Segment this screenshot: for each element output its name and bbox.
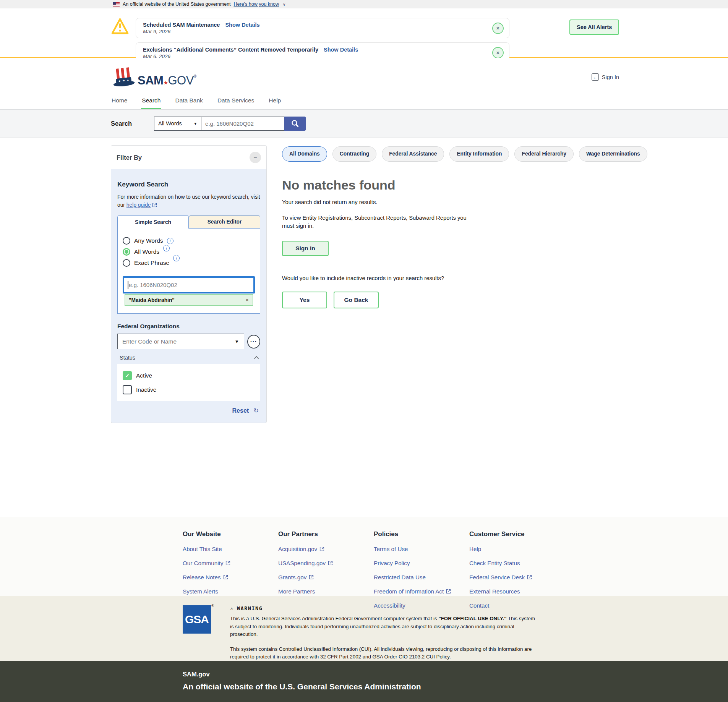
external-link-icon [446,589,451,594]
search-mode-value: All Words [158,120,182,126]
banner-how-link[interactable]: Here's how you know [234,2,279,7]
footer-link[interactable]: About This Site [183,546,278,552]
footer-link[interactable]: Our Community [183,560,278,566]
collapse-filter-button[interactable]: − [250,152,261,163]
pill-federal-assistance[interactable]: Federal Assistance [382,146,444,162]
samgov-logo[interactable]: ★★★ SAM★GOV® [111,66,196,89]
combo-placeholder: Enter Code or Name [122,338,177,345]
pill-federal-hierarchy[interactable]: Federal Hierarchy [514,146,574,162]
chip-remove-icon[interactable]: × [246,297,249,303]
nav-item-data-services[interactable]: Data Services [217,96,255,109]
nav-item-data-bank[interactable]: Data Bank [174,96,203,109]
filter-by-title: Filter By [117,154,142,161]
footer-link[interactable]: Help [469,546,565,552]
footer-link[interactable]: Acquisition.gov [278,546,374,552]
search-bar: Search All Words ▼ [0,110,728,138]
reset-link[interactable]: Reset [232,407,249,414]
footer-heading: Our Website [183,530,278,538]
alerts-section: Scheduled SAM Maintenance Show Details M… [0,8,728,58]
footer-link[interactable]: System Alerts [183,588,278,595]
alert-title: Scheduled SAM Maintenance [143,22,220,28]
warning-block: ⚠ WARNING This is a U.S. General Service… [230,605,536,661]
us-flag-icon [113,2,120,6]
alert-show-details-link[interactable]: Show Details [225,22,259,28]
checkbox-active[interactable]: ✓ Active [123,371,255,380]
reset-icon[interactable]: ↻ [254,407,259,414]
see-all-alerts-button[interactable]: See All Alerts [569,19,619,35]
federal-orgs-row: Enter Code or Name ▼ ··· [117,334,260,349]
footer-link[interactable]: More Partners [278,588,374,595]
checkbox-inactive[interactable]: Inactive [123,385,255,394]
pill-contracting[interactable]: Contracting [332,146,376,162]
warning-paragraph-1: This is a U.S. General Services Administ… [230,615,536,639]
external-link-icon [152,203,157,208]
tab-search-editor[interactable]: Search Editor [189,215,260,229]
footer-link[interactable]: Release Notes [183,574,278,580]
federal-orgs-combo[interactable]: Enter Code or Name ▼ [117,334,244,349]
footer-link[interactable]: Grants.gov [278,574,374,580]
footer-link[interactable]: Freedom of Information Act [374,588,469,595]
filter-panel: Filter By − Keyword Search For more info… [111,145,267,423]
radio-any-words[interactable]: Any Words i [123,237,255,245]
pill-entity-information[interactable]: Entity Information [449,146,509,162]
search-input[interactable] [201,117,284,131]
footer-link[interactable]: Federal Service Desk [469,574,565,580]
footer-col-customer-service: Customer Service Help Check Entity Statu… [469,530,565,592]
footer-link[interactable]: Privacy Policy [374,560,469,566]
caret-down-icon: ▼ [193,122,197,126]
info-icon[interactable]: i [173,255,180,261]
radio-all-words[interactable]: All Words i [123,248,255,256]
checkbox-checked[interactable]: ✓ [123,371,132,380]
footer-link[interactable]: Check Entity Status [469,560,565,566]
info-icon[interactable]: i [163,245,170,251]
chip-text: "Maida Abdirahin" [129,297,175,303]
nav-item-help[interactable]: Help [268,96,282,109]
site-header: ★★★ SAM★GOV® ← Sign In [0,58,728,96]
go-back-button[interactable]: Go Back [334,292,379,308]
gsa-warning-section: GSA ® ⚠ WARNING This is a U.S. General S… [0,596,728,661]
more-options-button[interactable]: ··· [247,335,260,349]
radio-button[interactable] [123,237,130,245]
alert-close-button[interactable]: × [492,47,504,58]
gsa-logo-wrap: GSA ® [183,605,213,661]
footer-heading: Policies [374,530,469,538]
help-guide-link[interactable]: help guide [126,202,151,208]
footer-link[interactable]: Terms of Use [374,546,469,552]
search-mode-select[interactable]: All Words ▼ [154,117,201,131]
radio-button-selected[interactable] [123,248,130,256]
alert-date: Mar 9, 2026 [143,29,489,34]
alert-show-details-link[interactable]: Show Details [324,47,358,53]
magnifier-icon [291,119,299,128]
info-icon[interactable]: i [167,238,173,244]
footer-links: Our Website About This Site Our Communit… [0,517,728,596]
bottom-site-name: SAM.gov [183,671,728,678]
footer-link[interactable]: Restricted Data Use [374,574,469,580]
external-link-icon [328,561,333,566]
search-submit-button[interactable] [284,117,306,131]
tab-simple-search[interactable]: Simple Search [117,215,189,229]
question-buttons: Yes Go Back [282,292,647,308]
chevron-up-icon[interactable] [254,356,259,361]
nav-item-home[interactable]: Home [111,96,128,109]
status-box: ✓ Active Inactive [117,364,260,401]
checkbox-unchecked[interactable] [123,385,132,394]
header-sign-in[interactable]: ← Sign In [592,73,619,81]
footer-col-our-partners: Our Partners Acquisition.gov USASpending… [278,530,374,592]
footer-link[interactable]: USASpending.gov [278,560,374,566]
external-link-icon [309,575,314,580]
star-icon: ★ [163,79,168,86]
nav-item-search[interactable]: Search [141,96,161,109]
keyword-input[interactable] [124,278,253,292]
filter-panel-header: Filter By − [111,146,266,169]
external-link-icon [223,575,228,580]
sign-in-button[interactable]: Sign In [282,241,329,256]
radio-exact-phrase[interactable]: Exact Phrase i [123,259,255,267]
warning-label: WARNING [237,605,263,611]
yes-button[interactable]: Yes [282,292,327,308]
radio-button[interactable] [123,259,130,267]
footer-link[interactable]: External Resources [469,588,565,595]
alert-close-button[interactable]: × [492,23,504,34]
pill-all-domains[interactable]: All Domains [282,146,327,162]
pill-wage-determinations[interactable]: Wage Determinations [579,146,647,162]
keyword-chip: "Maida Abdirahin" × [125,294,253,306]
